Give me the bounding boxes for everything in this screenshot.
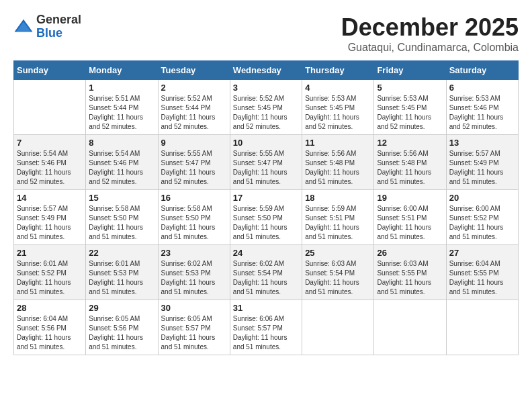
calendar-cell: 17 Sunrise: 5:59 AM Sunset: 5:50 PM Dayl… [230, 190, 302, 245]
day-number: 11 [305, 138, 371, 148]
sunrise-text: Sunrise: 5:57 AM [17, 204, 83, 214]
calendar-cell: 31 Sunrise: 6:06 AM Sunset: 5:57 PM Dayl… [230, 300, 302, 355]
logo-text: General Blue [36, 13, 81, 40]
day-info: Sunrise: 6:05 AM Sunset: 5:56 PM Dayligh… [89, 314, 154, 352]
calendar-week-row: 21 Sunrise: 6:01 AM Sunset: 5:52 PM Dayl… [14, 245, 519, 300]
sunset-text: Sunset: 5:44 PM [161, 103, 227, 113]
day-number: 23 [161, 248, 227, 258]
day-info: Sunrise: 5:55 AM Sunset: 5:47 PM Dayligh… [233, 149, 299, 187]
day-number: 7 [17, 138, 83, 148]
day-info: Sunrise: 6:03 AM Sunset: 5:54 PM Dayligh… [305, 259, 371, 297]
sunrise-text: Sunrise: 5:54 AM [89, 149, 154, 158]
sunrise-text: Sunrise: 5:57 AM [449, 149, 515, 158]
day-number: 16 [161, 193, 227, 203]
day-number: 6 [449, 83, 515, 93]
day-number: 15 [89, 193, 154, 203]
sunset-text: Sunset: 5:47 PM [161, 158, 227, 168]
sunrise-text: Sunrise: 6:02 AM [161, 259, 227, 269]
daylight-text: Daylight: 11 hours and 51 minutes. [233, 223, 299, 242]
daylight-text: Daylight: 11 hours and 52 minutes. [17, 168, 83, 187]
day-number: 19 [377, 193, 443, 203]
calendar-cell [14, 80, 86, 135]
logo-blue: Blue [36, 27, 81, 40]
calendar-cell: 6 Sunrise: 5:53 AM Sunset: 5:46 PM Dayli… [446, 80, 518, 135]
sunrise-text: Sunrise: 6:03 AM [305, 259, 371, 269]
calendar-cell: 18 Sunrise: 5:59 AM Sunset: 5:51 PM Dayl… [302, 190, 374, 245]
sunrise-text: Sunrise: 6:06 AM [233, 314, 299, 324]
calendar-week-row: 28 Sunrise: 6:04 AM Sunset: 5:56 PM Dayl… [14, 300, 519, 355]
sunset-text: Sunset: 5:57 PM [233, 324, 299, 333]
daylight-text: Daylight: 11 hours and 51 minutes. [449, 168, 515, 187]
sunset-text: Sunset: 5:48 PM [377, 158, 443, 168]
day-number: 4 [305, 83, 371, 93]
sunset-text: Sunset: 5:57 PM [161, 324, 227, 333]
calendar-cell: 2 Sunrise: 5:52 AM Sunset: 5:44 PM Dayli… [158, 80, 230, 135]
calendar-week-row: 7 Sunrise: 5:54 AM Sunset: 5:46 PM Dayli… [14, 135, 519, 190]
daylight-text: Daylight: 11 hours and 51 minutes. [305, 168, 371, 187]
calendar-cell: 21 Sunrise: 6:01 AM Sunset: 5:52 PM Dayl… [14, 245, 86, 300]
sunrise-text: Sunrise: 6:00 AM [449, 204, 515, 214]
daylight-text: Daylight: 11 hours and 51 minutes. [17, 333, 83, 352]
calendar-cell: 9 Sunrise: 5:55 AM Sunset: 5:47 PM Dayli… [158, 135, 230, 190]
day-info: Sunrise: 5:57 AM Sunset: 5:49 PM Dayligh… [449, 149, 515, 187]
daylight-text: Daylight: 11 hours and 52 minutes. [161, 113, 227, 132]
sunrise-text: Sunrise: 5:52 AM [161, 94, 227, 103]
day-number: 5 [377, 83, 443, 93]
daylight-text: Daylight: 11 hours and 52 minutes. [305, 113, 371, 132]
daylight-text: Daylight: 11 hours and 51 minutes. [89, 278, 154, 297]
day-info: Sunrise: 5:59 AM Sunset: 5:50 PM Dayligh… [233, 204, 299, 242]
sunrise-text: Sunrise: 5:58 AM [161, 204, 227, 214]
sunrise-text: Sunrise: 5:59 AM [233, 204, 299, 214]
day-info: Sunrise: 6:02 AM Sunset: 5:54 PM Dayligh… [233, 259, 299, 297]
daylight-text: Daylight: 11 hours and 51 minutes. [377, 223, 443, 242]
sunset-text: Sunset: 5:55 PM [377, 269, 443, 278]
sunrise-text: Sunrise: 6:01 AM [17, 259, 83, 269]
sunrise-text: Sunrise: 6:03 AM [377, 259, 443, 269]
calendar-cell [302, 300, 374, 355]
calendar-cell: 27 Sunrise: 6:04 AM Sunset: 5:55 PM Dayl… [446, 245, 518, 300]
header-thursday: Thursday [302, 61, 374, 80]
day-info: Sunrise: 6:03 AM Sunset: 5:55 PM Dayligh… [377, 259, 443, 297]
calendar-cell: 14 Sunrise: 5:57 AM Sunset: 5:49 PM Dayl… [14, 190, 86, 245]
page-header: General Blue December 2025 Guataqui, Cun… [13, 13, 519, 54]
calendar-cell: 7 Sunrise: 5:54 AM Sunset: 5:46 PM Dayli… [14, 135, 86, 190]
daylight-text: Daylight: 11 hours and 51 minutes. [161, 223, 227, 242]
day-info: Sunrise: 5:59 AM Sunset: 5:51 PM Dayligh… [305, 204, 371, 242]
day-number: 17 [233, 193, 299, 203]
sunrise-text: Sunrise: 5:53 AM [377, 94, 443, 103]
day-info: Sunrise: 5:58 AM Sunset: 5:50 PM Dayligh… [161, 204, 227, 242]
sunrise-text: Sunrise: 6:05 AM [89, 314, 154, 324]
calendar-cell: 28 Sunrise: 6:04 AM Sunset: 5:56 PM Dayl… [14, 300, 86, 355]
day-info: Sunrise: 5:53 AM Sunset: 5:45 PM Dayligh… [305, 94, 371, 132]
daylight-text: Daylight: 11 hours and 52 minutes. [89, 168, 154, 187]
daylight-text: Daylight: 11 hours and 51 minutes. [377, 168, 443, 187]
sunrise-text: Sunrise: 5:51 AM [89, 94, 154, 103]
day-info: Sunrise: 5:56 AM Sunset: 5:48 PM Dayligh… [305, 149, 371, 187]
daylight-text: Daylight: 11 hours and 51 minutes. [233, 278, 299, 297]
sunset-text: Sunset: 5:53 PM [89, 269, 154, 278]
sunset-text: Sunset: 5:45 PM [233, 103, 299, 113]
daylight-text: Daylight: 11 hours and 51 minutes. [89, 223, 154, 242]
day-number: 31 [233, 303, 299, 313]
calendar-cell: 8 Sunrise: 5:54 AM Sunset: 5:46 PM Dayli… [86, 135, 158, 190]
header-saturday: Saturday [446, 61, 518, 80]
day-number: 1 [89, 83, 154, 93]
calendar-table: Sunday Monday Tuesday Wednesday Thursday… [13, 60, 519, 355]
daylight-text: Daylight: 11 hours and 52 minutes. [449, 113, 515, 132]
day-info: Sunrise: 6:06 AM Sunset: 5:57 PM Dayligh… [233, 314, 299, 352]
sunset-text: Sunset: 5:45 PM [377, 103, 443, 113]
calendar-cell: 13 Sunrise: 5:57 AM Sunset: 5:49 PM Dayl… [446, 135, 518, 190]
day-info: Sunrise: 5:51 AM Sunset: 5:44 PM Dayligh… [89, 94, 154, 132]
sunrise-text: Sunrise: 6:04 AM [449, 259, 515, 269]
weekday-header-row: Sunday Monday Tuesday Wednesday Thursday… [14, 61, 519, 80]
daylight-text: Daylight: 11 hours and 51 minutes. [305, 278, 371, 297]
sunrise-text: Sunrise: 6:00 AM [377, 204, 443, 214]
sunrise-text: Sunrise: 6:05 AM [161, 314, 227, 324]
sunrise-text: Sunrise: 5:58 AM [89, 204, 154, 214]
daylight-text: Daylight: 11 hours and 51 minutes. [377, 278, 443, 297]
calendar-week-row: 1 Sunrise: 5:51 AM Sunset: 5:44 PM Dayli… [14, 80, 519, 135]
calendar-cell: 1 Sunrise: 5:51 AM Sunset: 5:44 PM Dayli… [86, 80, 158, 135]
day-info: Sunrise: 6:00 AM Sunset: 5:51 PM Dayligh… [377, 204, 443, 242]
day-info: Sunrise: 6:04 AM Sunset: 5:56 PM Dayligh… [17, 314, 83, 352]
sunset-text: Sunset: 5:45 PM [305, 103, 371, 113]
